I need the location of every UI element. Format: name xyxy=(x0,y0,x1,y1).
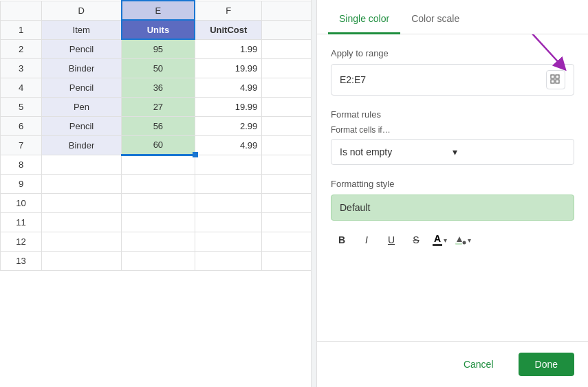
table-row: 2 Pencil 95 1.99 xyxy=(1,39,316,58)
row-num-1: 1 xyxy=(1,20,42,39)
cost-cell-3: 4.99 xyxy=(195,78,262,97)
col-header-e: E xyxy=(122,1,195,20)
extra-cell-1 xyxy=(262,39,316,58)
tab-color-scale[interactable]: Color scale xyxy=(400,5,470,34)
formatting-style-label: Formatting style xyxy=(331,179,574,189)
font-color-chevron: ▾ xyxy=(444,236,447,244)
row-header-col xyxy=(1,1,42,20)
header-units: Units xyxy=(122,20,195,39)
item-cell-3: Pencil xyxy=(42,78,122,97)
header-unitcost: UnitCost xyxy=(195,20,262,39)
cost-cell-1: 1.99 xyxy=(195,39,262,58)
cancel-button[interactable]: Cancel xyxy=(447,353,510,376)
apply-to-range-label: Apply to range xyxy=(331,48,574,58)
font-color-swatch: A xyxy=(433,234,442,246)
fill-color-button[interactable]: ▾ xyxy=(453,232,474,247)
units-cell-1: 95 xyxy=(122,39,195,58)
formatting-style-section: Formatting style Default B I U S A ▾ xyxy=(331,179,574,251)
grid-select-icon[interactable] xyxy=(546,70,565,89)
header-empty xyxy=(262,20,316,39)
selection-handle xyxy=(193,152,198,157)
range-input-row[interactable] xyxy=(331,64,574,96)
action-buttons: Cancel Done xyxy=(317,341,588,387)
condition-dropdown[interactable]: Is not empty ▾ xyxy=(331,139,574,165)
svg-rect-0 xyxy=(551,75,554,78)
svg-rect-3 xyxy=(556,80,559,83)
units-cell-5: 56 xyxy=(122,116,195,135)
units-cell-3: 36 xyxy=(122,78,195,97)
row-num-6: 6 xyxy=(1,116,42,135)
row-num-5: 5 xyxy=(1,97,42,116)
tab-single-color[interactable]: Single color xyxy=(328,5,400,34)
table-row-header: 1 Item Units UnitCost xyxy=(1,20,316,39)
formatting-panel: Single color Color scale Apply to range xyxy=(316,0,588,387)
svg-rect-5 xyxy=(455,243,462,245)
row-num-3: 3 xyxy=(1,58,42,78)
fill-bucket-icon xyxy=(455,235,466,245)
svg-rect-2 xyxy=(551,80,554,83)
sheet-table: D E F 1 Item Units UnitCost 2 Pencil 95 … xyxy=(0,0,316,271)
extra-cell-4 xyxy=(262,97,316,116)
header-item: Item xyxy=(42,20,122,39)
fill-color-swatch-group xyxy=(455,235,466,245)
col-header-f: F xyxy=(195,1,262,20)
empty-row-3: 10 xyxy=(1,193,316,212)
format-rules-label: Format rules xyxy=(331,109,574,120)
bold-button[interactable]: B xyxy=(331,229,353,251)
row-num-7: 7 xyxy=(1,135,42,155)
cost-cell-4: 19.99 xyxy=(195,97,262,116)
scrollbar[interactable] xyxy=(311,0,316,387)
table-row: 7 Binder 60 4.99 xyxy=(1,135,316,155)
empty-row-1: 8 xyxy=(1,155,316,174)
font-color-bar xyxy=(433,244,442,246)
table-row: 4 Pencil 36 4.99 xyxy=(1,78,316,97)
spreadsheet-area: D E F 1 Item Units UnitCost 2 Pencil 95 … xyxy=(0,0,316,387)
italic-button[interactable]: I xyxy=(356,229,378,251)
format-if-label: Format cells if… xyxy=(331,125,574,135)
underline-button[interactable]: U xyxy=(380,229,402,251)
done-button[interactable]: Done xyxy=(519,353,574,376)
row-num-4: 4 xyxy=(1,78,42,97)
cost-cell-5: 2.99 xyxy=(195,116,262,135)
condition-value: Is not empty xyxy=(340,146,453,157)
strikethrough-button[interactable]: S xyxy=(405,229,427,251)
format-rules-section: Format rules Format cells if… Is not emp… xyxy=(331,109,574,165)
units-cell-2: 50 xyxy=(122,58,195,78)
cost-cell-6: 4.99 xyxy=(195,135,262,155)
units-cell-4: 27 xyxy=(122,97,195,116)
empty-row-6: 13 xyxy=(1,251,316,270)
units-cell-6: 60 xyxy=(122,135,195,155)
cost-cell-2: 19.99 xyxy=(195,58,262,78)
fill-color-chevron: ▾ xyxy=(468,236,471,244)
item-cell-4: Pen xyxy=(42,97,122,116)
panel-body: Apply to range xyxy=(317,34,588,341)
col-header-d: D xyxy=(42,1,122,20)
default-style-box[interactable]: Default xyxy=(331,195,574,221)
item-cell-5: Pencil xyxy=(42,116,122,135)
item-cell-1: Pencil xyxy=(42,39,122,58)
svg-point-6 xyxy=(463,241,466,245)
col-header-g xyxy=(262,1,316,20)
range-input[interactable] xyxy=(340,74,546,85)
svg-rect-1 xyxy=(556,75,559,78)
item-cell-2: Binder xyxy=(42,58,122,78)
empty-row-4: 11 xyxy=(1,212,316,232)
empty-row-2: 9 xyxy=(1,174,316,193)
item-cell-6: Binder xyxy=(42,135,122,155)
extra-cell-6 xyxy=(262,135,316,155)
font-color-button[interactable]: A ▾ xyxy=(430,231,450,249)
chevron-down-icon: ▾ xyxy=(453,146,565,157)
table-row: 6 Pencil 56 2.99 xyxy=(1,116,316,135)
empty-row-5: 12 xyxy=(1,232,316,251)
table-row: 3 Binder 50 19.99 xyxy=(1,58,316,78)
extra-cell-5 xyxy=(262,116,316,135)
row-num-2: 2 xyxy=(1,39,42,58)
format-toolbar: B I U S A ▾ xyxy=(331,229,574,251)
extra-cell-3 xyxy=(262,78,316,97)
table-row: 5 Pen 27 19.99 xyxy=(1,97,316,116)
extra-cell-2 xyxy=(262,58,316,78)
panel-tabs: Single color Color scale xyxy=(317,0,588,34)
